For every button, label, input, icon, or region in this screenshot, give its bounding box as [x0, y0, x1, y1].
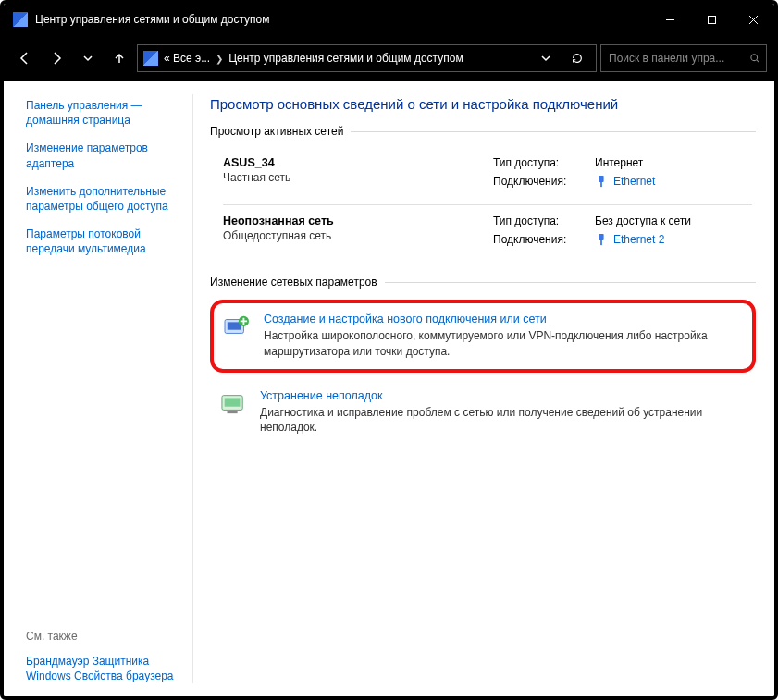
- network-name: Неопознанная сеть: [223, 215, 493, 227]
- connection-link[interactable]: Ethernet 2: [595, 233, 752, 246]
- sidebar-link-advanced-sharing[interactable]: Изменить дополнительные параметры общего…: [26, 184, 184, 214]
- sidebar-link-adapter-settings[interactable]: Изменение параметров адаптера: [26, 141, 184, 170]
- refresh-button[interactable]: [564, 45, 590, 71]
- svg-rect-9: [600, 240, 602, 245]
- connection-link[interactable]: Ethernet: [595, 175, 752, 188]
- access-type-value: Интернет: [595, 156, 752, 169]
- minimize-button[interactable]: [649, 4, 691, 35]
- svg-rect-15: [228, 411, 238, 413]
- network-entry: ASUS_34 Частная сеть Тип доступа: Интерн…: [210, 147, 756, 204]
- action-title[interactable]: Создание и настройка нового подключения …: [264, 313, 743, 325]
- new-connection-icon: [223, 314, 251, 338]
- sidebar-link-media-streaming[interactable]: Параметры потоковой передачи мультимедиа: [26, 227, 184, 256]
- breadcrumb-icon: [143, 51, 158, 66]
- svg-rect-8: [599, 234, 603, 240]
- action-desc: Диагностика и исправление проблем с сеть…: [260, 405, 747, 436]
- back-button[interactable]: [11, 44, 39, 72]
- active-networks-group: Просмотр активных сетей ASUS_34 Частная …: [210, 125, 756, 268]
- ethernet-icon: [595, 175, 608, 188]
- network-type: Частная сеть: [223, 171, 493, 184]
- svg-rect-6: [599, 176, 603, 182]
- access-type-label: Тип доступа:: [493, 215, 595, 227]
- breadcrumb-segment[interactable]: « Все э...: [164, 52, 210, 65]
- access-type-value: Без доступа к сети: [595, 215, 752, 227]
- page-heading: Просмотр основных сведений о сети и наст…: [210, 96, 756, 112]
- access-type-label: Тип доступа:: [493, 156, 595, 169]
- sidebar-home-link[interactable]: Панель управления — домашняя страница: [26, 98, 184, 128]
- ethernet-icon: [595, 233, 608, 246]
- close-button[interactable]: [733, 4, 774, 35]
- window-title: Центр управления сетями и общим доступом: [35, 13, 649, 26]
- change-settings-group: Изменение сетевых параметров Создание и …: [210, 276, 756, 450]
- connections-label: Подключения:: [493, 175, 595, 188]
- chevron-right-icon[interactable]: ❯: [216, 54, 223, 64]
- connection-link-text: Ethernet: [613, 175, 655, 188]
- titlebar: Центр управления сетями и общим доступом: [4, 4, 774, 35]
- connections-label: Подключения:: [493, 233, 595, 246]
- sidebar-footer: См. также Брандмауэр Защитника Windows С…: [26, 630, 184, 683]
- action-new-connection[interactable]: Создание и настройка нового подключения …: [210, 300, 756, 373]
- action-desc: Настройка широкополосного, коммутируемог…: [264, 328, 743, 360]
- navbar: « Все э... ❯ Центр управления сетями и о…: [4, 35, 774, 81]
- network-name: ASUS_34: [223, 156, 493, 169]
- search-input[interactable]: [607, 51, 749, 66]
- connection-link-text: Ethernet 2: [613, 233, 664, 246]
- svg-point-4: [751, 55, 758, 61]
- breadcrumb-segment[interactable]: Центр управления сетями и общим доступом: [228, 52, 463, 65]
- change-settings-legend: Изменение сетевых параметров: [210, 276, 385, 289]
- sidebar-link-browser-properties[interactable]: Свойства браузера: [74, 669, 174, 682]
- forward-button[interactable]: [43, 44, 70, 72]
- svg-line-5: [757, 60, 759, 63]
- action-troubleshoot[interactable]: Устранение неполадок Диагностика и испра…: [210, 380, 756, 446]
- address-dropdown-button[interactable]: [533, 45, 559, 71]
- svg-rect-1: [709, 16, 716, 23]
- maximize-button[interactable]: [691, 4, 733, 35]
- app-icon: [13, 12, 28, 27]
- network-entry: Неопознанная сеть Общедоступная сеть Тип…: [210, 205, 756, 263]
- window-controls: [649, 4, 774, 35]
- svg-rect-7: [600, 182, 602, 187]
- action-title[interactable]: Устранение неполадок: [260, 389, 747, 402]
- see-also-label: См. также: [26, 630, 184, 643]
- address-bar[interactable]: « Все э... ❯ Центр управления сетями и о…: [137, 44, 597, 72]
- up-button[interactable]: [105, 44, 133, 72]
- search-icon: [749, 52, 760, 65]
- main-content: Просмотр основных сведений о сети и наст…: [193, 81, 774, 696]
- sidebar: Панель управления — домашняя страница Из…: [4, 81, 193, 696]
- active-networks-legend: Просмотр активных сетей: [210, 125, 351, 138]
- svg-rect-14: [225, 398, 241, 406]
- troubleshoot-icon: [219, 391, 247, 415]
- network-type: Общедоступная сеть: [223, 229, 493, 242]
- history-dropdown-button[interactable]: [74, 44, 102, 72]
- search-box[interactable]: [600, 44, 767, 72]
- divider: [192, 94, 193, 683]
